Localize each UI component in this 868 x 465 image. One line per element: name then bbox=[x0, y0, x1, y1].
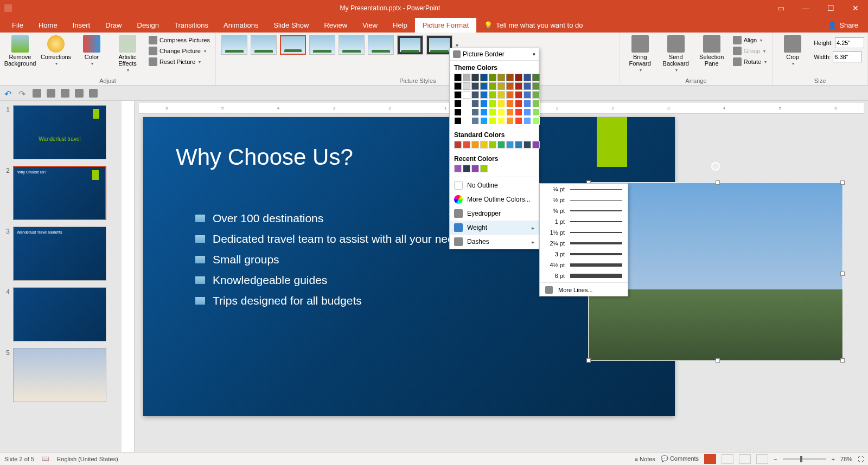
accent-shape[interactable] bbox=[597, 117, 627, 167]
color-swatch[interactable] bbox=[454, 108, 462, 116]
color-swatch[interactable] bbox=[489, 74, 496, 81]
color-button[interactable]: Color bbox=[75, 34, 108, 67]
tab-home[interactable]: Home bbox=[31, 18, 65, 33]
color-swatch[interactable] bbox=[471, 117, 479, 125]
color-swatch[interactable] bbox=[506, 141, 514, 148]
minimize-icon[interactable]: — bbox=[793, 0, 818, 16]
color-swatch[interactable] bbox=[524, 100, 531, 107]
color-swatch[interactable] bbox=[524, 117, 531, 125]
weight-option[interactable]: 4½ pt bbox=[540, 260, 628, 270]
color-swatch[interactable] bbox=[489, 100, 496, 107]
color-swatch[interactable] bbox=[489, 91, 496, 99]
color-swatch[interactable] bbox=[506, 74, 514, 81]
tab-insert[interactable]: Insert bbox=[65, 18, 98, 33]
tab-file[interactable]: File bbox=[4, 18, 31, 33]
bring-forward-button[interactable]: Bring Forward bbox=[623, 34, 657, 74]
normal-view-icon[interactable] bbox=[704, 454, 716, 464]
tab-picture-format[interactable]: Picture Format bbox=[415, 18, 476, 33]
color-swatch[interactable] bbox=[489, 108, 496, 116]
style-thumb[interactable] bbox=[339, 35, 365, 55]
color-swatch[interactable] bbox=[463, 100, 470, 107]
change-picture-button[interactable]: Change Picture bbox=[146, 46, 212, 56]
gallery-more-icon[interactable]: ▾ bbox=[456, 42, 458, 48]
group-button[interactable]: Group bbox=[731, 46, 769, 56]
undo-icon[interactable]: ↶ bbox=[4, 89, 13, 98]
height-input[interactable] bbox=[835, 37, 864, 48]
more-colors-item[interactable]: More Outline Colors... bbox=[450, 192, 539, 206]
weight-option[interactable]: ¾ pt bbox=[540, 205, 628, 216]
slideshow-view-icon[interactable] bbox=[756, 454, 768, 464]
spellcheck-icon[interactable]: 📖 bbox=[42, 455, 49, 462]
eyedropper-item[interactable]: Eyedropper bbox=[450, 206, 539, 221]
color-swatch[interactable] bbox=[506, 100, 514, 107]
ribbon-display-icon[interactable]: ▭ bbox=[768, 0, 793, 16]
style-thumb[interactable] bbox=[251, 35, 277, 55]
rotate-button[interactable]: Rotate bbox=[731, 57, 769, 67]
color-swatch[interactable] bbox=[532, 74, 540, 81]
color-swatch[interactable] bbox=[480, 91, 488, 99]
color-swatch[interactable] bbox=[454, 91, 462, 99]
picture-styles-gallery[interactable]: ▾ bbox=[219, 34, 461, 56]
color-swatch[interactable] bbox=[524, 108, 531, 116]
send-backward-button[interactable]: Send Backward bbox=[659, 34, 693, 74]
artistic-effects-button[interactable]: Artistic Effects bbox=[111, 34, 144, 74]
color-swatch[interactable] bbox=[454, 165, 462, 172]
weight-option[interactable]: 3 pt bbox=[540, 249, 628, 260]
color-swatch[interactable] bbox=[471, 141, 479, 148]
color-swatch[interactable] bbox=[454, 82, 462, 90]
remove-background-button[interactable]: Remove Background bbox=[3, 34, 37, 68]
color-swatch[interactable] bbox=[489, 82, 496, 90]
new-slide-icon[interactable] bbox=[47, 89, 55, 98]
cut-icon[interactable] bbox=[61, 89, 69, 98]
share-button[interactable]: 👤 Share bbox=[818, 18, 868, 33]
color-swatch[interactable] bbox=[454, 100, 462, 107]
corrections-button[interactable]: Corrections bbox=[39, 34, 73, 67]
color-swatch[interactable] bbox=[480, 74, 488, 81]
color-swatch[interactable] bbox=[454, 141, 462, 148]
color-swatch[interactable] bbox=[506, 108, 514, 116]
weight-option[interactable]: 1 pt bbox=[540, 216, 628, 227]
style-thumb[interactable] bbox=[397, 35, 423, 55]
color-swatch[interactable] bbox=[515, 82, 522, 90]
color-swatch[interactable] bbox=[463, 108, 470, 116]
color-swatch[interactable] bbox=[497, 117, 505, 125]
tab-design[interactable]: Design bbox=[130, 18, 167, 33]
slide-thumb-2[interactable]: Why Choose us? bbox=[13, 166, 106, 220]
color-swatch[interactable] bbox=[515, 117, 522, 125]
color-swatch[interactable] bbox=[463, 91, 470, 99]
weight-option[interactable]: ½ pt bbox=[540, 195, 628, 205]
color-swatch[interactable] bbox=[515, 74, 522, 81]
fit-to-window-icon[interactable]: ⛶ bbox=[858, 456, 864, 462]
color-swatch[interactable] bbox=[532, 108, 540, 116]
color-swatch[interactable] bbox=[497, 91, 505, 99]
color-swatch[interactable] bbox=[506, 82, 514, 90]
resize-handle[interactable] bbox=[586, 358, 591, 363]
tab-slideshow[interactable]: Slide Show bbox=[266, 18, 316, 33]
picture-border-button[interactable]: Picture Border▾ bbox=[450, 48, 539, 61]
style-thumb[interactable] bbox=[426, 35, 452, 55]
color-swatch[interactable] bbox=[506, 91, 514, 99]
notes-button[interactable]: ≡ Notes bbox=[635, 456, 655, 462]
reset-picture-button[interactable]: Reset Picture bbox=[146, 57, 212, 67]
color-swatch[interactable] bbox=[454, 117, 462, 125]
color-swatch[interactable] bbox=[463, 74, 470, 81]
language-status[interactable]: English (United States) bbox=[57, 456, 118, 462]
color-swatch[interactable] bbox=[471, 108, 479, 116]
color-swatch[interactable] bbox=[489, 117, 496, 125]
slide-thumb-1[interactable]: Wanderlust travel bbox=[13, 105, 106, 159]
zoom-slider[interactable] bbox=[783, 458, 826, 460]
dashes-item[interactable]: Dashes▸ bbox=[450, 235, 539, 249]
color-swatch[interactable] bbox=[515, 141, 522, 148]
slide-thumb-3[interactable]: Wanderlust Travel Benefits bbox=[13, 227, 106, 281]
resize-handle[interactable] bbox=[716, 180, 720, 185]
weight-option[interactable]: ¼ pt bbox=[540, 184, 628, 195]
align-button[interactable]: Align bbox=[731, 35, 769, 45]
color-swatch[interactable] bbox=[471, 91, 479, 99]
color-swatch[interactable] bbox=[480, 141, 488, 148]
zoom-out-icon[interactable]: − bbox=[774, 456, 777, 462]
color-swatch[interactable] bbox=[454, 74, 462, 81]
color-swatch[interactable] bbox=[471, 82, 479, 90]
tab-draw[interactable]: Draw bbox=[98, 18, 129, 33]
style-thumb[interactable] bbox=[280, 35, 306, 55]
resize-handle[interactable] bbox=[840, 180, 845, 185]
